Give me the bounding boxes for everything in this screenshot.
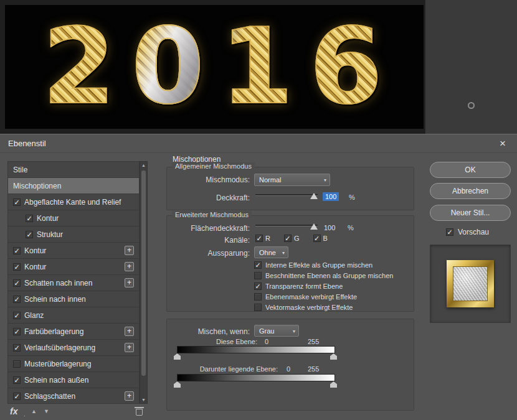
style-item-stile[interactable]: Stile	[8, 162, 139, 178]
fx-button[interactable]: fx	[10, 406, 17, 416]
this-layer-right-handle[interactable]	[330, 353, 337, 360]
checkbox[interactable]	[13, 360, 21, 368]
add-effect-button[interactable]: +	[125, 278, 134, 287]
fill-opacity-value-field[interactable]: 100	[324, 224, 335, 231]
fill-opacity-slider[interactable]	[255, 222, 318, 230]
fx-menu-dot-icon: .	[24, 411, 26, 418]
style-item-schatten-nach-innen[interactable]: ✓Schatten nach innen+	[8, 275, 139, 291]
option-interne-effekte-als-gruppe-mischen[interactable]: ✓Interne Effekte als Gruppe mischen	[254, 261, 372, 269]
channel-b[interactable]: ✓B	[313, 235, 328, 242]
style-item-kontur[interactable]: ✓Kontur	[8, 210, 139, 226]
underlying-left-handle[interactable]	[174, 381, 181, 388]
new-style-button[interactable]: Neuer Stil...	[430, 205, 511, 221]
add-effect-button[interactable]: +	[125, 246, 134, 255]
channel-r[interactable]: ✓R	[255, 235, 270, 242]
style-item-schein-nach-innen[interactable]: ✓Schein nach innen	[8, 291, 139, 307]
dialog-title: Ebenenstil	[8, 139, 46, 148]
move-effect-up-icon[interactable]: ▲	[31, 408, 37, 414]
checkbox[interactable]: ✓	[255, 235, 263, 242]
option-beschnittene-ebenen-als-gruppe-mischen[interactable]: Beschnittene Ebenen als Gruppe mischen	[254, 271, 393, 280]
scrollbar-thumb[interactable]	[141, 170, 146, 376]
checkbox[interactable]	[254, 272, 262, 279]
opacity-slider[interactable]	[255, 191, 318, 200]
slider-handle[interactable]	[310, 223, 318, 230]
close-icon[interactable]: ×	[496, 134, 509, 153]
option-label: Transparenz formt Ebene	[265, 282, 343, 290]
slider-track[interactable]	[255, 194, 318, 196]
option-transparenz-formt-ebene[interactable]: ✓Transparenz formt Ebene	[254, 282, 343, 291]
style-item-farb-berlagerung[interactable]: ✓Farbüberlagerung+	[8, 324, 139, 340]
option-label: Ebenenmaske verbirgt Effekte	[265, 293, 357, 301]
add-effect-button[interactable]: +	[125, 391, 134, 401]
blend-if-dropdown[interactable]: Grau ▾	[254, 325, 299, 337]
checkbox[interactable]: ✓	[13, 344, 21, 352]
checkbox[interactable]: ✓	[26, 231, 33, 238]
checkbox[interactable]	[254, 304, 262, 311]
style-item-label: Schein nach innen	[24, 295, 134, 304]
checkbox[interactable]: ✓	[254, 282, 262, 290]
style-item-mischoptionen[interactable]: Mischoptionen	[8, 178, 139, 194]
style-item-glanz[interactable]: ✓Glanz	[8, 307, 139, 324]
opacity-value-field[interactable]: 100	[323, 192, 339, 201]
checkbox[interactable]: ✓	[254, 261, 262, 269]
move-effect-down-icon[interactable]: ▼	[44, 408, 49, 414]
style-item-struktur[interactable]: ✓Struktur	[8, 226, 139, 243]
style-item-schlagschatten[interactable]: ✓Schlagschatten+	[8, 388, 139, 404]
add-effect-button[interactable]: +	[125, 327, 134, 336]
checkbox[interactable]: ✓	[13, 279, 21, 287]
underlying-layer-max: 255	[308, 365, 319, 373]
checkbox[interactable]: ✓	[13, 198, 21, 206]
add-effect-button[interactable]: +	[125, 343, 134, 352]
delete-effect-trash-icon[interactable]	[136, 409, 143, 416]
blend-mode-value: Normal	[259, 176, 281, 184]
checkbox[interactable]: ✓	[26, 215, 33, 222]
option-vektormaske-verbirgt-effekte[interactable]: Vektormaske verbirgt Effekte	[254, 303, 353, 312]
checkbox[interactable]: ✓	[284, 235, 292, 242]
style-item-kontur[interactable]: ✓Kontur+	[8, 259, 139, 275]
style-item-schein-nach-au-en[interactable]: ✓Schein nach außen	[8, 372, 139, 388]
channel-g[interactable]: ✓G	[284, 235, 300, 242]
underlying-layer-gradient-bar[interactable]	[177, 374, 335, 381]
dialog-titlebar[interactable]: Ebenenstil ×	[0, 134, 517, 153]
this-layer-left-handle[interactable]	[174, 353, 181, 360]
group-title: Allgemeiner Mischmodus	[172, 162, 255, 170]
checkbox[interactable]: ✓	[13, 376, 21, 384]
channel-label: B	[323, 235, 328, 242]
checkbox[interactable]: ✓	[13, 263, 21, 271]
slider-handle[interactable]	[310, 193, 318, 199]
checkbox[interactable]: ✓	[13, 328, 21, 335]
checkbox[interactable]: ✓	[13, 393, 21, 400]
ok-button[interactable]: OK	[430, 162, 511, 178]
style-item-muster-berlagerung[interactable]: Musterüberlagerung	[8, 356, 139, 372]
channels-label: Kanäle:	[167, 236, 250, 245]
photoshop-canvas-area: 2016	[0, 0, 517, 134]
knockout-dropdown[interactable]: Ohne ▾	[254, 246, 288, 258]
checkbox[interactable]	[254, 293, 262, 301]
styles-list-footer: fx . ▲ ▼	[7, 406, 148, 420]
style-item-abgeflachte-kante-und-relief[interactable]: ✓Abgeflachte Kante und Relief	[8, 194, 139, 210]
checkbox[interactable]: ✓	[13, 312, 21, 319]
checkbox[interactable]: ✓	[13, 296, 21, 303]
preview-toggle[interactable]: ✓ Vorschau	[446, 228, 489, 236]
scroll-down-icon[interactable]: ▼	[140, 398, 147, 402]
blend-if-label: Mischen, wenn:	[167, 327, 250, 336]
style-item-verlaufs-berlagerung[interactable]: ✓Verlaufsüberlagerung+	[8, 340, 139, 356]
preview-checkbox[interactable]: ✓	[446, 228, 453, 236]
document-canvas[interactable]: 2016	[5, 5, 424, 129]
this-layer-gradient-bar[interactable]	[177, 346, 335, 353]
underlying-right-handle[interactable]	[330, 381, 337, 388]
option-ebenenmaske-verbirgt-effekte[interactable]: Ebenenmaske verbirgt Effekte	[254, 292, 357, 301]
panel-knob-icon[interactable]	[468, 102, 475, 109]
style-item-kontur[interactable]: ✓Kontur+	[8, 243, 139, 259]
scroll-up-icon[interactable]: ▲	[140, 163, 147, 167]
add-effect-button[interactable]: +	[125, 262, 134, 271]
checkbox[interactable]: ✓	[313, 235, 321, 242]
blend-mode-dropdown[interactable]: Normal ▾	[254, 174, 330, 186]
blend-mode-label: Mischmodus:	[167, 175, 250, 184]
cancel-button[interactable]: Abbrechen	[430, 183, 511, 199]
channel-label: G	[294, 235, 300, 242]
artwork-2016-text: 2016	[30, 5, 399, 129]
checkbox[interactable]: ✓	[13, 247, 21, 254]
slider-track[interactable]	[255, 225, 318, 226]
styles-list-scrollbar[interactable]: ▲ ▼	[140, 161, 148, 404]
